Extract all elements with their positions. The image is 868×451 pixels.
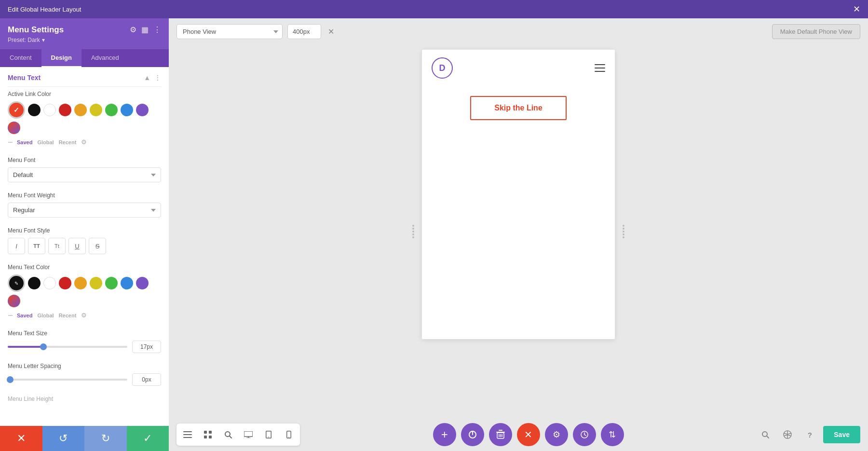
panel-settings-icon[interactable]: ⚙ bbox=[130, 25, 136, 34]
tablet-tool-button[interactable] bbox=[259, 425, 278, 444]
menu-letter-spacing-value[interactable]: 0px bbox=[132, 373, 161, 386]
confirm-action-button[interactable]: ✓ bbox=[127, 426, 169, 451]
panel-body: Menu Text ▲ ⋮ Active Link Color ✓ bbox=[0, 67, 169, 426]
active-link-color-swatches: ✓ bbox=[8, 101, 161, 134]
menu-font-weight-select[interactable]: Regular Bold Light bbox=[8, 203, 161, 218]
view-width-input[interactable] bbox=[287, 24, 321, 39]
italic-btn[interactable]: I bbox=[8, 238, 25, 254]
canvas-toolbar: Phone View Tablet View Desktop View ✕ Ma… bbox=[169, 18, 868, 45]
mtc-swatch-orange[interactable] bbox=[74, 277, 87, 289]
mtc-swatch-green[interactable] bbox=[105, 277, 118, 289]
color-swatch-gradient[interactable] bbox=[8, 122, 20, 134]
swatch-dots[interactable]: ··· bbox=[8, 137, 12, 147]
top-bar-close-button[interactable]: ✕ bbox=[853, 4, 860, 14]
capitalize-btn[interactable]: Tt bbox=[48, 238, 66, 254]
color-swatch-white[interactable] bbox=[43, 104, 56, 116]
mtc-swatch-blue[interactable] bbox=[121, 277, 133, 289]
mtc-gear-icon[interactable]: ⚙ bbox=[81, 312, 87, 319]
phone-tool-button[interactable] bbox=[280, 425, 298, 444]
color-swatch-purple[interactable] bbox=[136, 104, 149, 116]
close-button[interactable]: ✕ bbox=[517, 423, 540, 446]
color-swatch-yellow[interactable] bbox=[90, 104, 102, 116]
resize-handle-left[interactable] bbox=[412, 224, 414, 239]
preview-logo: D bbox=[432, 57, 453, 79]
search-right-button[interactable] bbox=[757, 426, 774, 443]
menu-letter-spacing-track[interactable] bbox=[8, 379, 127, 381]
section-collapse-icon[interactable]: ▲ bbox=[144, 74, 150, 82]
power-button[interactable] bbox=[461, 423, 484, 446]
color-swatch-orange[interactable] bbox=[74, 104, 87, 116]
mtc-recent-btn[interactable]: Recent bbox=[59, 313, 77, 318]
color-swatch-red[interactable] bbox=[59, 104, 71, 116]
bottom-center-tools: + ✕ ⚙ ⇅ bbox=[433, 423, 624, 446]
uppercase-btn[interactable]: TT bbox=[28, 238, 45, 254]
menu-text-section-header: Menu Text ▲ ⋮ bbox=[0, 67, 169, 86]
save-button[interactable]: Save bbox=[823, 426, 860, 443]
panel-title: Menu Settings bbox=[8, 25, 64, 35]
active-link-color-meta: ··· Saved Global Recent ⚙ bbox=[8, 137, 161, 147]
underline-btn[interactable]: U bbox=[68, 238, 86, 254]
menu-text-size-slider-row: 17px bbox=[8, 341, 161, 353]
history-button[interactable] bbox=[573, 423, 596, 446]
make-default-button[interactable]: Make Default Phone View bbox=[772, 24, 860, 39]
recent-btn[interactable]: Recent bbox=[59, 139, 77, 145]
view-select[interactable]: Phone View Tablet View Desktop View bbox=[176, 24, 283, 39]
panel-header: Menu Settings Preset: Dark ▾ ⚙ ▦ ⋮ bbox=[0, 18, 169, 49]
resize-handle-right[interactable] bbox=[623, 224, 624, 239]
preview-cta-button[interactable]: Skip the Line bbox=[470, 96, 567, 120]
panel-preset: Preset: Dark ▾ bbox=[8, 37, 64, 43]
color-swatch-blue[interactable] bbox=[121, 104, 133, 116]
tab-design[interactable]: Design bbox=[41, 49, 81, 67]
mtc-swatch-purple[interactable] bbox=[136, 277, 149, 289]
mtc-swatch-red[interactable] bbox=[59, 277, 71, 289]
menu-font-weight-row: Menu Font Weight Regular Bold Light bbox=[0, 188, 169, 223]
menu-font-row: Menu Font Default Arial Georgia bbox=[0, 153, 169, 188]
mtc-dots[interactable]: ··· bbox=[8, 310, 12, 320]
menu-font-label: Menu Font bbox=[8, 157, 161, 164]
menu-text-color-selected[interactable]: ✎ bbox=[8, 274, 25, 292]
panel-columns-icon[interactable]: ▦ bbox=[141, 25, 149, 34]
search-tool-button[interactable] bbox=[219, 425, 237, 444]
menu-tool-button[interactable] bbox=[178, 425, 197, 444]
tab-advanced[interactable]: Advanced bbox=[81, 49, 129, 67]
delete-button[interactable] bbox=[489, 423, 512, 446]
redo-action-button[interactable]: ↻ bbox=[84, 426, 127, 451]
reset-action-button[interactable]: ↺ bbox=[42, 426, 85, 451]
view-clear-button[interactable]: ✕ bbox=[326, 25, 336, 38]
global-btn[interactable]: Global bbox=[37, 139, 54, 145]
mtc-swatch-yellow[interactable] bbox=[90, 277, 102, 289]
svg-point-13 bbox=[268, 437, 269, 437]
menu-text-color-swatches: ✎ bbox=[8, 274, 161, 307]
color-swatch-green[interactable] bbox=[105, 104, 118, 116]
color-swatch-black[interactable] bbox=[28, 104, 41, 116]
mtc-global-btn[interactable]: Global bbox=[37, 313, 54, 318]
mtc-swatch-gradient[interactable] bbox=[8, 295, 20, 307]
add-element-button[interactable]: + bbox=[433, 423, 456, 446]
mtc-swatch-black[interactable] bbox=[28, 277, 41, 289]
menu-text-color-meta: ··· Saved Global Recent ⚙ bbox=[8, 310, 161, 320]
active-link-color-selected[interactable]: ✓ bbox=[8, 101, 25, 119]
menu-text-size-track[interactable] bbox=[8, 346, 127, 348]
menu-text-size-label: Menu Text Size bbox=[8, 330, 161, 337]
desktop-tool-button[interactable] bbox=[239, 425, 258, 444]
tab-content[interactable]: Content bbox=[0, 49, 41, 67]
menu-text-size-value[interactable]: 17px bbox=[132, 341, 161, 353]
grid-tool-button[interactable] bbox=[199, 425, 217, 444]
mtc-saved-btn[interactable]: Saved bbox=[17, 313, 32, 318]
help-button[interactable]: ? bbox=[801, 426, 818, 443]
canvas-area: Phone View Tablet View Desktop View ✕ Ma… bbox=[169, 18, 868, 451]
mtc-swatch-white[interactable] bbox=[43, 277, 56, 289]
section-options-icon[interactable]: ⋮ bbox=[154, 74, 161, 82]
saved-btn[interactable]: Saved bbox=[17, 139, 32, 145]
portability-button[interactable] bbox=[779, 426, 796, 443]
cancel-action-button[interactable]: ✕ bbox=[0, 426, 42, 451]
settings-circle-button[interactable]: ⚙ bbox=[545, 423, 568, 446]
panel-tabs: Content Design Advanced bbox=[0, 49, 169, 67]
reorder-button[interactable]: ⇅ bbox=[601, 423, 624, 446]
strikethrough-btn[interactable]: S bbox=[89, 238, 106, 254]
panel-more-icon[interactable]: ⋮ bbox=[153, 25, 161, 34]
color-gear-icon[interactable]: ⚙ bbox=[81, 138, 87, 146]
hamburger-menu[interactable] bbox=[595, 64, 605, 72]
menu-text-size-row: Menu Text Size 17px bbox=[0, 326, 169, 359]
menu-font-select[interactable]: Default Arial Georgia bbox=[8, 167, 161, 182]
